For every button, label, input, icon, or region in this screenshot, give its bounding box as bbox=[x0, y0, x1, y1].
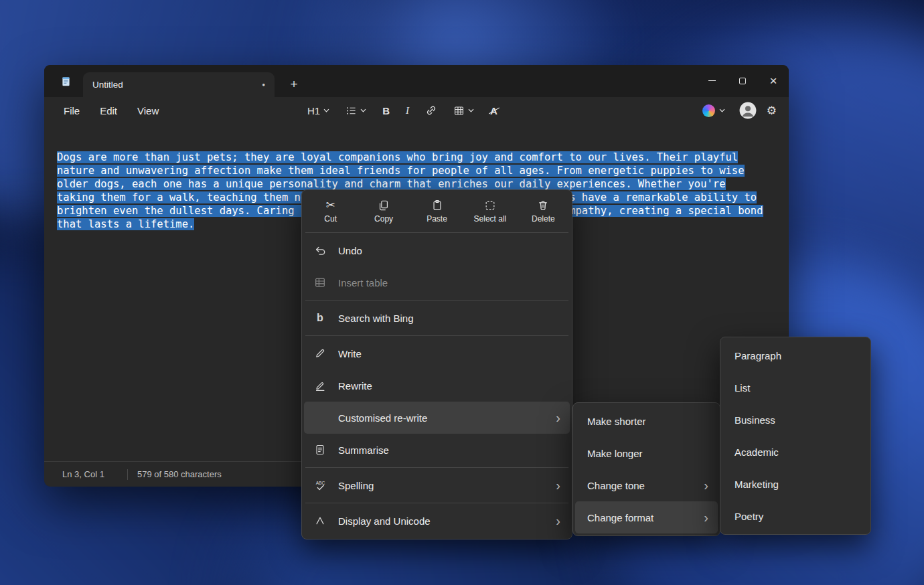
bold-button[interactable]: B bbox=[378, 102, 394, 120]
insert-link-button[interactable] bbox=[421, 101, 441, 120]
pen-icon bbox=[313, 347, 327, 359]
tab-untitled[interactable]: Untitled ● bbox=[83, 72, 275, 97]
menu-item-display-unicode[interactable]: Display and Unicode › bbox=[304, 505, 570, 537]
menu-item-spelling[interactable]: ABC Spelling › bbox=[304, 469, 570, 501]
toolbar-right: ⚙ bbox=[698, 97, 777, 124]
delete-button[interactable]: Delete bbox=[517, 192, 570, 231]
table-icon bbox=[453, 105, 465, 116]
menu-item-change-format[interactable]: Change format › bbox=[575, 501, 718, 533]
submenu-chevron-icon: › bbox=[556, 479, 560, 492]
clear-formatting-icon: A bbox=[490, 105, 497, 116]
list-style-button[interactable] bbox=[341, 102, 370, 120]
select-all-icon bbox=[484, 199, 496, 212]
heading-label: H1 bbox=[307, 105, 320, 116]
summary-page-icon bbox=[313, 444, 327, 456]
link-icon bbox=[425, 104, 437, 116]
minimize-button[interactable] bbox=[696, 65, 727, 96]
bold-icon: B bbox=[382, 105, 390, 116]
menu-divider bbox=[305, 300, 568, 301]
chevron-down-icon bbox=[323, 108, 329, 112]
cut-button[interactable]: ✂ Cut bbox=[304, 192, 357, 231]
title-bar[interactable]: Untitled ● + × bbox=[44, 65, 789, 97]
menu-item-make-shorter[interactable]: Make shorter bbox=[575, 405, 718, 437]
maximize-icon bbox=[739, 78, 746, 84]
bing-icon: b bbox=[313, 312, 327, 324]
tab-title: Untitled bbox=[92, 80, 262, 90]
submenu-chevron-icon: › bbox=[704, 479, 708, 492]
italic-icon: I bbox=[406, 105, 409, 116]
menu-item-summarise[interactable]: Summarise bbox=[304, 434, 570, 466]
menu-divider bbox=[305, 335, 568, 336]
formatting-toolbar: H1 B I bbox=[303, 97, 502, 124]
quick-actions-row: ✂ Cut Copy Paste bbox=[304, 192, 570, 231]
copy-button[interactable]: Copy bbox=[357, 192, 410, 231]
new-tab-button[interactable]: + bbox=[284, 74, 304, 94]
heading-style-button[interactable]: H1 bbox=[303, 102, 333, 120]
clear-formatting-button[interactable]: A bbox=[486, 102, 502, 120]
menu-view[interactable]: View bbox=[129, 101, 167, 120]
menu-edit[interactable]: Edit bbox=[91, 101, 126, 120]
menu-item-write[interactable]: Write bbox=[304, 337, 570, 369]
menu-item-undo[interactable]: Undo bbox=[304, 234, 570, 266]
format-submenu: Paragraph List Business Academic Marketi… bbox=[720, 337, 871, 535]
select-all-button[interactable]: Select all bbox=[463, 192, 516, 231]
undo-icon bbox=[313, 244, 327, 257]
menu-item-list[interactable]: List bbox=[722, 371, 868, 404]
submenu-chevron-icon: › bbox=[556, 514, 560, 527]
editor-line: Dogs are more than just pets; they are l… bbox=[57, 151, 789, 164]
rewrite-submenu: Make shorter Make longer Change tone › C… bbox=[572, 402, 720, 536]
menu-divider bbox=[305, 232, 568, 233]
chevron-down-icon bbox=[468, 108, 474, 112]
status-char-count: 579 of 580 characters bbox=[137, 469, 297, 479]
menu-file[interactable]: File bbox=[55, 101, 88, 120]
insert-table-button[interactable] bbox=[449, 102, 478, 120]
paste-icon bbox=[431, 199, 443, 212]
table-icon bbox=[313, 276, 327, 288]
menu-item-poetry[interactable]: Poetry bbox=[722, 500, 868, 532]
editor-line: older dogs, each one has a unique person… bbox=[57, 177, 789, 191]
caret-lambda-icon bbox=[313, 515, 327, 527]
status-divider bbox=[127, 469, 128, 480]
menu-item-change-tone[interactable]: Change tone › bbox=[575, 469, 718, 501]
menu-divider bbox=[305, 467, 568, 468]
submenu-chevron-icon: › bbox=[556, 411, 560, 424]
chevron-down-icon bbox=[719, 108, 725, 112]
menu-item-marketing[interactable]: Marketing bbox=[722, 468, 868, 500]
menu-item-insert-table: Insert table bbox=[304, 266, 570, 299]
close-button[interactable]: × bbox=[758, 65, 789, 96]
close-icon: × bbox=[769, 74, 777, 87]
cut-icon: ✂ bbox=[326, 199, 335, 212]
svg-text:ABC: ABC bbox=[315, 481, 325, 485]
editor-line: nature and unwavering affection make the… bbox=[57, 164, 789, 177]
pen-line-icon bbox=[313, 380, 327, 392]
minimize-icon bbox=[708, 80, 716, 81]
status-line-col: Ln 3, Col 1 bbox=[62, 469, 118, 479]
menu-item-rewrite[interactable]: Rewrite bbox=[304, 369, 570, 402]
italic-button[interactable]: I bbox=[402, 102, 413, 120]
account-button[interactable] bbox=[739, 102, 757, 119]
menu-item-business[interactable]: Business bbox=[722, 404, 868, 436]
settings-button[interactable]: ⚙ bbox=[767, 104, 777, 118]
chevron-down-icon bbox=[360, 108, 366, 112]
window-controls: × bbox=[696, 65, 789, 97]
copilot-icon bbox=[702, 104, 715, 117]
paste-button[interactable]: Paste bbox=[410, 192, 463, 231]
context-menu: ✂ Cut Copy Paste bbox=[301, 189, 572, 539]
maximize-button[interactable] bbox=[727, 65, 758, 96]
delete-icon bbox=[537, 199, 549, 212]
menu-item-academic[interactable]: Academic bbox=[722, 436, 868, 468]
bullet-list-icon bbox=[345, 105, 357, 116]
copilot-button[interactable] bbox=[698, 102, 729, 120]
toolbar: File Edit View H1 B bbox=[44, 97, 789, 124]
notepad-app-icon bbox=[60, 76, 72, 87]
menu-item-customised-rewrite[interactable]: Customised re-write › bbox=[304, 402, 570, 434]
desktop: Untitled ● + × File Edit View H1 bbox=[0, 0, 924, 585]
unsaved-indicator-icon: ● bbox=[262, 82, 265, 88]
avatar-icon bbox=[739, 102, 757, 119]
menu-item-paragraph[interactable]: Paragraph bbox=[722, 339, 868, 371]
menu-item-make-longer[interactable]: Make longer bbox=[575, 437, 718, 469]
submenu-chevron-icon: › bbox=[704, 511, 708, 524]
menu-item-search-with-bing[interactable]: b Search with Bing bbox=[304, 302, 570, 334]
spelling-abc-icon: ABC bbox=[313, 479, 327, 492]
copy-icon bbox=[378, 199, 390, 212]
